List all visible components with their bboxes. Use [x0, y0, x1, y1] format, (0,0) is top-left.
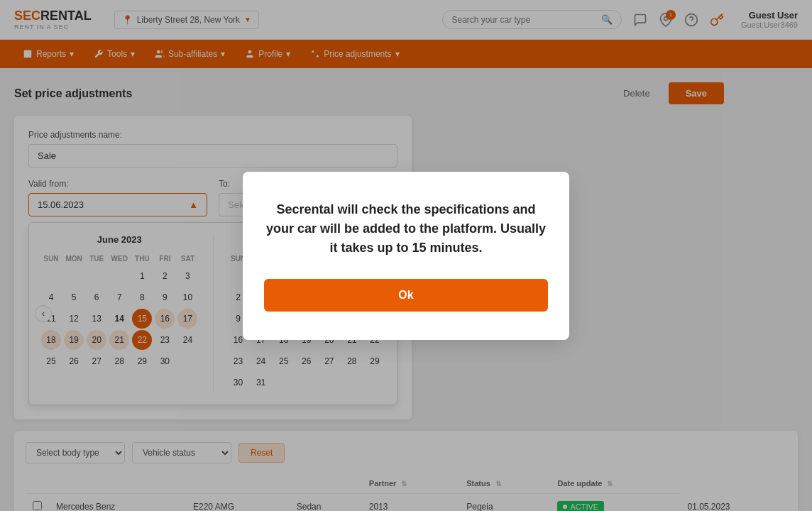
- modal-message: Secrental will check the specifications …: [264, 200, 548, 258]
- modal-dialog: Secrental will check the specifications …: [243, 172, 569, 340]
- modal-ok-button[interactable]: Ok: [264, 279, 548, 312]
- modal-overlay[interactable]: Secrental will check the specifications …: [0, 0, 812, 511]
